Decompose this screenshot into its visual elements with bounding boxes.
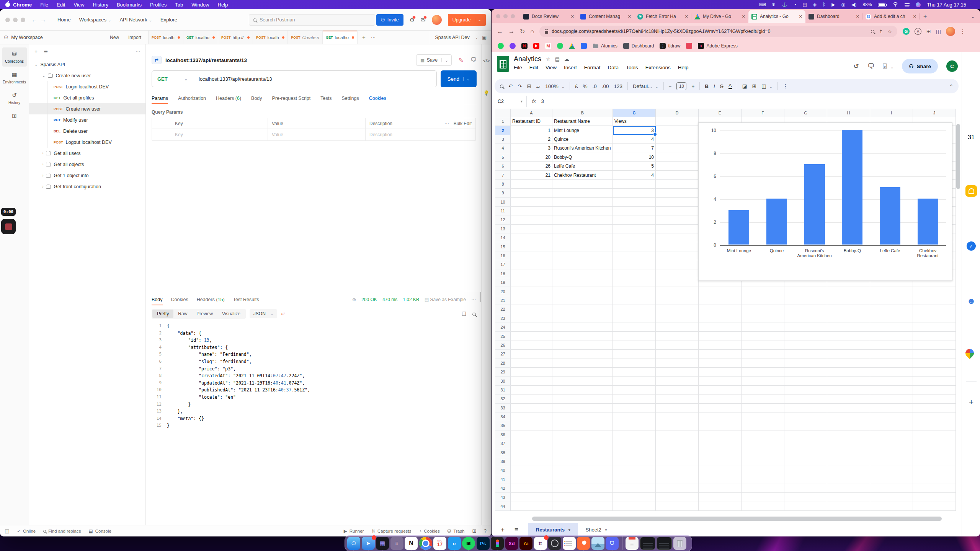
- cell-B26[interactable]: [552, 341, 613, 350]
- cell-B7[interactable]: Chekhov Restaurant: [552, 171, 613, 179]
- cell-A21[interactable]: [511, 296, 552, 305]
- cell-B35[interactable]: [552, 421, 613, 430]
- row-header-22[interactable]: 22: [495, 305, 511, 314]
- cell-G44[interactable]: [784, 502, 827, 511]
- nav-home[interactable]: Home: [57, 17, 71, 23]
- cell-A16[interactable]: [511, 251, 552, 260]
- dock-xd[interactable]: Xd: [505, 537, 518, 550]
- share-button[interactable]: ⚇Share: [902, 59, 938, 73]
- cell-A37[interactable]: [511, 439, 552, 448]
- row-header-16[interactable]: 16: [495, 251, 511, 260]
- cell-F34[interactable]: [742, 412, 784, 421]
- cell-I35[interactable]: [870, 421, 913, 430]
- cell-H39[interactable]: [827, 457, 870, 466]
- wrap-text-icon[interactable]: ↵: [281, 311, 285, 317]
- cell-B33[interactable]: [552, 404, 613, 412]
- cell-H20[interactable]: [827, 287, 870, 296]
- cell-C9[interactable]: [613, 189, 656, 197]
- cell-C35[interactable]: [613, 421, 656, 430]
- control-center-icon[interactable]: [905, 2, 910, 7]
- cell-C5[interactable]: 10: [613, 153, 656, 162]
- cell-C30[interactable]: [613, 377, 656, 385]
- cell-A40[interactable]: [511, 466, 552, 475]
- close-tab-icon[interactable]: ✕: [913, 14, 916, 19]
- cell-J40[interactable]: [913, 466, 956, 475]
- cell-C39[interactable]: [613, 457, 656, 466]
- cell-J22[interactable]: [913, 305, 956, 314]
- cell-C17[interactable]: [613, 260, 656, 269]
- new-tab-button[interactable]: +: [923, 13, 927, 20]
- cell-D22[interactable]: [656, 305, 699, 314]
- tab-search-caret-icon[interactable]: ⌄: [971, 14, 975, 19]
- cell-D18[interactable]: [656, 269, 699, 278]
- cell-E43[interactable]: [699, 493, 742, 502]
- cell-I24[interactable]: [870, 323, 913, 332]
- cell-J38[interactable]: [913, 448, 956, 457]
- bookmark-app-pink[interactable]: [686, 43, 692, 49]
- response-tab-headers[interactable]: Headers (15): [197, 294, 225, 305]
- column-header-G[interactable]: G: [784, 109, 827, 117]
- redo-icon[interactable]: ↷: [518, 83, 522, 89]
- cell-A30[interactable]: [511, 377, 552, 385]
- undo-icon[interactable]: ↶: [508, 83, 513, 89]
- more-formats[interactable]: 123: [614, 83, 623, 89]
- cell-E44[interactable]: [699, 502, 742, 511]
- cell-D26[interactable]: [656, 341, 699, 350]
- cell-E29[interactable]: [699, 368, 742, 377]
- cell-D35[interactable]: [656, 421, 699, 430]
- cell-C16[interactable]: [613, 251, 656, 260]
- cell-D14[interactable]: [656, 233, 699, 242]
- cell-B2[interactable]: Mint Lounge: [552, 126, 613, 135]
- cell-B15[interactable]: [552, 242, 613, 251]
- settings-gear-icon[interactable]: ⚙: [410, 16, 415, 23]
- zoom-icon[interactable]: [871, 30, 874, 33]
- cell-D28[interactable]: [656, 359, 699, 368]
- cell-J39[interactable]: [913, 457, 956, 466]
- row-header-38[interactable]: 38: [495, 448, 511, 457]
- request-tab[interactable]: GETlocalho: [323, 31, 358, 44]
- column-header-D[interactable]: D: [656, 109, 699, 117]
- cell-H23[interactable]: [827, 314, 870, 323]
- move-folder-icon[interactable]: ▤: [555, 56, 560, 62]
- cell-B31[interactable]: [552, 386, 613, 395]
- dock-dark-app[interactable]: ▦: [376, 537, 389, 550]
- nav-workspaces[interactable]: Workspaces⌄: [79, 17, 111, 23]
- cell-D20[interactable]: [656, 287, 699, 296]
- dock-figma[interactable]: [491, 537, 504, 550]
- status-console[interactable]: ⬓Console: [89, 528, 111, 534]
- row-header-37[interactable]: 37: [495, 439, 511, 448]
- cell-J41[interactable]: [913, 475, 956, 484]
- cell-F40[interactable]: [742, 466, 784, 475]
- cell-G39[interactable]: [784, 457, 827, 466]
- horizontal-scrollbar[interactable]: [532, 517, 942, 521]
- bookmark-atomics[interactable]: Atomics: [593, 43, 617, 49]
- row-header-35[interactable]: 35: [495, 421, 511, 430]
- menubar-item-history[interactable]: History: [93, 2, 108, 8]
- cell-G34[interactable]: [784, 412, 827, 421]
- cell-I44[interactable]: [870, 502, 913, 511]
- response-format-dropdown[interactable]: JSON⌄: [250, 309, 277, 318]
- cell-E27[interactable]: [699, 350, 742, 359]
- forward-icon[interactable]: →: [508, 28, 514, 35]
- dock-trash[interactable]: [673, 537, 686, 550]
- siri-icon[interactable]: [916, 2, 921, 7]
- menubar-app-name[interactable]: Chrome: [13, 2, 32, 8]
- cell-A28[interactable]: [511, 359, 552, 368]
- cell-F24[interactable]: [742, 323, 784, 332]
- cell-G33[interactable]: [784, 404, 827, 412]
- cell-J20[interactable]: [913, 287, 956, 296]
- request-tab-authorization[interactable]: Authorization: [178, 93, 206, 104]
- decrease-font-size[interactable]: −: [669, 83, 672, 89]
- cell-F41[interactable]: [742, 475, 784, 484]
- cell-A44[interactable]: [511, 502, 552, 511]
- column-header-A[interactable]: A: [511, 109, 552, 117]
- request-tab[interactable]: POSThttp://: [218, 31, 253, 44]
- browser-tab[interactable]: Dashboard✕: [805, 10, 862, 23]
- increase-decimals[interactable]: .00: [602, 83, 609, 89]
- cell-A1[interactable]: Restaurant ID: [511, 117, 552, 126]
- dock-calendar[interactable]: AUG17: [433, 537, 446, 550]
- home-icon[interactable]: ⌂: [530, 28, 534, 35]
- calendar-sidepanel-icon[interactable]: 31: [965, 132, 977, 143]
- side-panel-icon[interactable]: ◫: [936, 28, 941, 34]
- cell-I42[interactable]: [870, 484, 913, 493]
